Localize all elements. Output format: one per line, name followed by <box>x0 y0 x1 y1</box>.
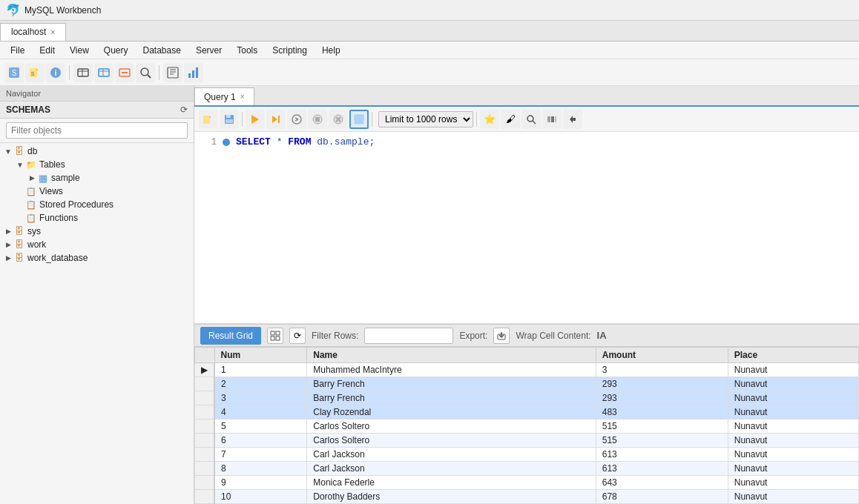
row-place-cell: Nunavut <box>728 490 858 504</box>
table-row[interactable]: 6Carlos Soltero515Nunavut <box>195 434 859 448</box>
tree-item-work-database[interactable]: ▶ 🗄 work_database <box>0 251 194 265</box>
tab-close-button[interactable]: × <box>50 28 55 36</box>
svg-rect-48 <box>271 331 274 335</box>
data-table: Num Name Amount Place ▶1Muhammed MacInty… <box>194 347 859 504</box>
result-grid-tab[interactable]: Result Grid <box>200 327 261 345</box>
menu-view[interactable]: View <box>62 44 96 57</box>
main-toolbar: S S i <box>0 59 859 86</box>
inspect-button[interactable] <box>136 63 155 82</box>
menu-scripting[interactable]: Scripting <box>265 44 315 57</box>
refresh-button[interactable]: ⟳ <box>289 328 306 344</box>
row-name-cell: Muhammed MacIntyre <box>307 363 596 377</box>
row-selector-cell <box>195 420 215 434</box>
svg-rect-22 <box>192 70 194 78</box>
tables-folder-icon: 📁 <box>25 159 37 170</box>
tree-item-work[interactable]: ▶ 🗄 work <box>0 238 194 251</box>
svg-rect-10 <box>99 69 109 76</box>
svg-rect-28 <box>226 119 233 123</box>
visible-cols-button[interactable] <box>542 110 562 129</box>
tree-item-views[interactable]: ▼ 📋 Views <box>0 185 194 198</box>
work-icon: 🗄 <box>13 239 25 251</box>
create-table-button[interactable] <box>73 63 93 82</box>
filter-input[interactable] <box>6 122 188 139</box>
row-place-cell: Nunavut <box>728 462 858 476</box>
tree-item-sys[interactable]: ▶ 🗄 sys <box>0 225 194 238</box>
limit-select[interactable]: Limit to 1000 rows Don't Limit Limit to … <box>378 111 473 127</box>
app-title: MySQL Workbench <box>24 5 101 16</box>
table-row[interactable]: 4Clay Rozendal483Nunavut <box>195 405 859 420</box>
tree-label-tables: Tables <box>39 159 65 170</box>
row-amount-cell: 3 <box>596 363 728 377</box>
line-indicator <box>223 139 230 146</box>
arrow-work: ▶ <box>3 241 13 248</box>
table-row[interactable]: ▶1Muhammed MacIntyre3Nunavut <box>195 363 859 377</box>
grid-view-button[interactable] <box>267 328 283 344</box>
bookmark-button[interactable]: ⭐ <box>480 110 499 129</box>
table-row[interactable]: 7Carl Jackson613Nunavut <box>195 448 859 462</box>
svg-line-43 <box>533 121 536 124</box>
localhost-tab[interactable]: localhost × <box>0 23 66 41</box>
svg-point-42 <box>527 116 533 122</box>
row-selector-cell <box>195 448 215 462</box>
menu-edit[interactable]: Edit <box>32 44 62 57</box>
col-amount[interactable]: Amount <box>596 348 728 363</box>
stop-button[interactable] <box>308 110 327 129</box>
wrap-cell-label: Wrap Cell Content: <box>516 331 590 341</box>
menu-server[interactable]: Server <box>188 44 229 57</box>
schema-inspector-button[interactable] <box>163 63 182 82</box>
arrow-stored-procedures: ▼ <box>15 201 25 209</box>
table-row[interactable]: 3Barry French293Nunavut <box>195 391 859 405</box>
schemas-refresh-icon[interactable]: ⟳ <box>180 105 188 115</box>
menu-query[interactable]: Query <box>96 44 136 57</box>
col-name[interactable]: Name <box>307 348 596 363</box>
arrows-button[interactable] <box>563 110 582 129</box>
tree-item-db[interactable]: ▼ 🗄 db <box>0 145 194 158</box>
search-button[interactable] <box>521 110 541 129</box>
tree-item-stored-procedures[interactable]: ▼ 📋 Stored Procedures <box>0 198 194 211</box>
info-button[interactable]: i <box>46 63 65 82</box>
row-place-cell: Nunavut <box>728 420 858 434</box>
drop-table-button[interactable] <box>115 63 134 82</box>
col-place[interactable]: Place <box>728 348 858 363</box>
explain-button[interactable] <box>287 110 306 129</box>
open-script-button[interactable]: S <box>25 63 45 82</box>
alter-table-button[interactable] <box>94 63 113 82</box>
line-number-1: 1 <box>202 137 217 147</box>
export-button[interactable] <box>493 328 510 344</box>
menu-file[interactable]: File <box>3 44 32 57</box>
toggle-output-button[interactable] <box>349 110 369 129</box>
table-row[interactable]: 2Barry French293Nunavut <box>195 377 859 391</box>
sys-icon: 🗄 <box>13 225 25 237</box>
code-editor[interactable]: 1 SELECT * FROM db.sample; <box>194 132 859 324</box>
new-schema-button[interactable]: S <box>4 63 24 82</box>
query-toolbar-sep-2 <box>372 112 372 127</box>
filter-rows-input[interactable] <box>364 328 453 344</box>
execute-current-button[interactable] <box>266 110 286 129</box>
tree-item-functions[interactable]: ▼ 📋 Functions <box>0 211 194 225</box>
query-stats-button[interactable] <box>184 63 203 82</box>
ia-button[interactable]: IA <box>597 330 607 341</box>
menu-tools[interactable]: Tools <box>229 44 265 57</box>
save-button[interactable] <box>220 110 239 129</box>
open-file-button[interactable] <box>199 110 218 129</box>
menu-database[interactable]: Database <box>136 44 188 57</box>
cancel-button[interactable] <box>329 110 348 129</box>
table-row[interactable]: 10Dorothy Badders678Nunavut <box>195 490 859 504</box>
tree-label-db: db <box>27 146 37 156</box>
tree-item-sample[interactable]: ▶ ▦ sample <box>0 171 194 185</box>
table-row[interactable]: 8Carl Jackson613Nunavut <box>195 462 859 476</box>
svg-text:S: S <box>31 71 35 76</box>
beautify-button[interactable]: 🖌 <box>501 110 520 129</box>
filter-rows-label: Filter Rows: <box>312 331 358 341</box>
row-selector-cell <box>195 405 215 420</box>
col-num[interactable]: Num <box>214 348 307 363</box>
row-num-cell: 4 <box>214 405 307 420</box>
table-row[interactable]: 5Carlos Soltero515Nunavut <box>195 420 859 434</box>
query-tab-1[interactable]: Query 1 × <box>194 87 254 105</box>
table-row[interactable]: 9Monica Federle643Nunavut <box>195 476 859 490</box>
menu-help[interactable]: Help <box>315 44 348 57</box>
query-tab-close[interactable]: × <box>240 93 245 101</box>
tree-item-tables[interactable]: ▼ 📁 Tables <box>0 158 194 171</box>
execute-button[interactable] <box>246 110 265 129</box>
main-content: Navigator SCHEMAS ⟳ ▼ 🗄 db ▼ 📁 Tables <box>0 86 859 504</box>
